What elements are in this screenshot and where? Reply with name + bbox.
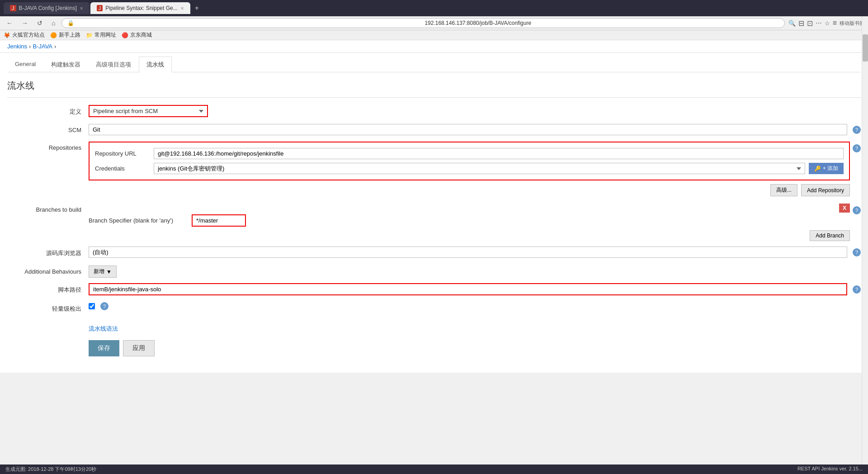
source-browser-select[interactable]: (自动) (89, 246, 847, 258)
forward-button[interactable]: → (19, 19, 31, 28)
remove-branch-button[interactable]: X (839, 204, 850, 213)
tab-bar: J B-JAVA Config [Jenkins] ✕ J Pipeline S… (4, 2, 203, 14)
additional-behaviours-label: Additional Behaviours (7, 265, 89, 278)
additional-behaviours-row: Additional Behaviours 新增 ▼ (7, 265, 861, 278)
more-icon[interactable]: ··· (816, 19, 821, 27)
branches-label: Branches to build (7, 204, 89, 216)
branch-specifier-row: Branch Specifier (blank for 'any') (89, 214, 850, 227)
credentials-control: - none - jenkins (Git仓库密钥管理) 🔑 + 添加 (154, 163, 844, 174)
tab-2[interactable]: J Pipeline Syntax: Snippet Ge... ✕ (90, 2, 190, 14)
breadcrumb-bjava[interactable]: B-JAVA (33, 43, 52, 50)
save-button[interactable]: 保存 (89, 340, 119, 356)
add-behaviour-label: 新增 (94, 268, 104, 275)
tab-2-close[interactable]: ✕ (180, 6, 184, 11)
tab-general[interactable]: General (7, 57, 43, 72)
tab-build-trigger[interactable]: 构建触发器 (43, 57, 88, 72)
bookmark-jd-label: 京东商城 (130, 31, 152, 39)
definition-select-wrapper: Pipeline script Pipeline script from SCM (89, 105, 208, 117)
definition-label: 定义 (7, 105, 89, 118)
home-button[interactable]: ⌂ (49, 19, 58, 28)
bookmark-common-label: 常用网址 (94, 31, 116, 39)
bookmark-firefox-label: 火狐官方站点 (12, 31, 45, 39)
scrollbar-thumb[interactable] (863, 34, 868, 62)
add-cred-label: + 添加 (823, 165, 838, 172)
scm-label: SCM (7, 124, 89, 136)
add-repository-button[interactable]: Add Repository (801, 184, 850, 196)
breadcrumb: Jenkins › B-JAVA › (0, 40, 868, 53)
tab-pipeline[interactable]: 流水线 (139, 57, 172, 72)
apply-button[interactable]: 应用 (123, 340, 155, 356)
definition-select[interactable]: Pipeline script Pipeline script from SCM (90, 106, 207, 116)
breadcrumb-sep-1: › (29, 43, 31, 50)
tab-2-label: Pipeline Syntax: Snippet Ge... (105, 5, 177, 11)
refresh-button[interactable]: ↺ (34, 19, 45, 28)
scm-select-wrapper: None Git (89, 124, 847, 135)
add-behaviour-button[interactable]: 新增 ▼ (89, 265, 117, 278)
advanced-button[interactable]: 高级... (770, 184, 797, 196)
branches-row: Branches to build X Branch Specifier (bl… (7, 204, 861, 241)
branch-specifier-label: Branch Specifier (blank for 'any') (89, 217, 188, 224)
mobile-bookmark-label: 移动版书签 (840, 20, 864, 27)
main-content: General 构建触发器 高级项目选项 流水线 流水线 定义 Pipeline… (0, 53, 868, 373)
lightweight-row: 轻量级检出 ? (7, 302, 861, 316)
branches-help-icon[interactable]: ? (853, 206, 861, 214)
menu-icon[interactable]: ≡ (833, 19, 837, 27)
source-browser-help-icon[interactable]: ? (853, 248, 861, 256)
add-credentials-button[interactable]: 🔑 + 添加 (809, 163, 844, 174)
breadcrumb-jenkins[interactable]: Jenkins (7, 43, 27, 50)
new-tab-button[interactable]: + (191, 2, 203, 14)
search-icon[interactable]: 🔍 (788, 20, 796, 27)
add-cred-icon: 🔑 (814, 166, 821, 172)
definition-control: Pipeline script Pipeline script from SCM (89, 105, 861, 117)
scm-select[interactable]: None Git (89, 124, 847, 135)
address-bar[interactable]: 🔒 192.168.146.137:8080/job/B-JAVA/config… (61, 18, 785, 28)
bookmark-firefox[interactable]: 🦊 火狐官方站点 (4, 31, 45, 39)
script-path-control: ? (89, 283, 861, 295)
sidebar-icon[interactable]: ⊟ (798, 19, 804, 28)
repo-url-row: Repository URL (95, 148, 844, 159)
tab-advanced-options[interactable]: 高级项目选项 (88, 57, 139, 72)
tab-1-label: B-JAVA Config [Jenkins] (19, 5, 77, 11)
breadcrumb-sep-2: › (54, 43, 56, 50)
tab-2-favicon: J (97, 5, 103, 11)
additional-behaviours-control: 新增 ▼ (89, 265, 861, 278)
bookmark-icon[interactable]: ☆ (825, 20, 830, 27)
bookmark-common[interactable]: 📁 常用网址 (86, 31, 116, 39)
pipeline-syntax-link[interactable]: 流水线语法 (89, 325, 118, 332)
back-button[interactable]: ← (4, 19, 15, 28)
scm-help-icon[interactable]: ? (853, 126, 861, 134)
repositories-help-icon[interactable]: ? (853, 144, 861, 152)
add-branch-button[interactable]: Add Branch (810, 230, 850, 241)
tab-1-close[interactable]: ✕ (80, 6, 83, 11)
lightweight-control: ? (89, 302, 861, 310)
scm-row: SCM None Git ? (7, 124, 861, 136)
tab-1[interactable]: J B-JAVA Config [Jenkins] ✕ (4, 2, 90, 14)
history-icon[interactable]: ⊡ (807, 19, 813, 28)
credentials-row: Credentials - none - jenkins (Git仓库密钥管理)… (95, 163, 844, 174)
repositories-label: Repositories (7, 142, 89, 154)
section-title: 流水线 (7, 72, 861, 98)
scrollbar[interactable] (862, 16, 868, 373)
bottom-buttons: 保存 应用 (7, 333, 861, 364)
source-browser-label: 源码库浏览器 (7, 246, 89, 260)
bookmark-newbie-icon: 🟠 (50, 32, 57, 38)
bookmark-jd[interactable]: 🔴 京东商城 (122, 31, 152, 39)
branch-specifier-input[interactable] (192, 214, 246, 227)
definition-row: 定义 Pipeline script Pipeline script from … (7, 105, 861, 118)
script-path-input[interactable] (89, 283, 847, 295)
repository-box: Repository URL Credentials - none - jenk… (89, 142, 850, 180)
credentials-select[interactable]: - none - jenkins (Git仓库密钥管理) (154, 163, 805, 174)
lightweight-help-icon[interactable]: ? (100, 302, 108, 310)
nav-bar: ← → ↺ ⌂ 🔒 192.168.146.137:8080/job/B-JAV… (0, 16, 868, 30)
script-path-help-icon[interactable]: ? (853, 285, 861, 294)
bookmark-newbie[interactable]: 🟠 新手上路 (50, 31, 80, 39)
repository-url-input[interactable] (154, 148, 844, 159)
bookmarks-bar: 🦊 火狐官方站点 🟠 新手上路 📁 常用网址 🔴 京东商城 (0, 30, 868, 40)
bookmark-newbie-label: 新手上路 (59, 31, 80, 39)
lightweight-checkbox[interactable] (89, 303, 95, 309)
source-browser-control: (自动) ? (89, 246, 861, 258)
browser-chrome: J B-JAVA Config [Jenkins] ✕ J Pipeline S… (0, 0, 868, 16)
source-browser-row: 源码库浏览器 (自动) ? (7, 246, 861, 260)
repositories-row: Repositories Repository URL Credentials … (7, 142, 861, 198)
script-path-row: 脚本路径 ? (7, 283, 861, 297)
